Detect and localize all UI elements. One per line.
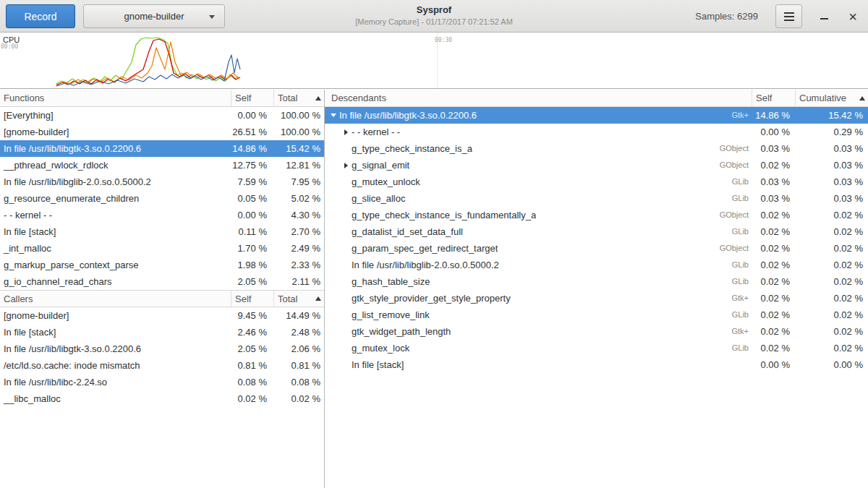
function-name: In file [stack] [0, 324, 231, 341]
table-row[interactable]: g_markup_parse_context_parse1.98 %2.33 % [0, 257, 324, 273]
table-row[interactable]: - - kernel - -0.00 %0.29 % [325, 124, 868, 140]
cumulative-value: 0.02 % [796, 223, 868, 240]
hamburger-icon [784, 16, 794, 17]
table-row[interactable]: g_param_spec_get_redirect_targetGObject0… [325, 240, 868, 257]
cumulative-value: 0.02 % [796, 340, 868, 356]
self-value: 0.11 % [231, 223, 274, 240]
total-value: 0.81 % [274, 357, 324, 374]
table-row[interactable]: __libc_malloc0.02 %0.02 % [0, 390, 324, 407]
table-row[interactable]: g_hash_table_sizeGLib0.02 %0.02 % [325, 273, 868, 290]
table-row[interactable]: [Everything]0.00 %100.00 % [0, 107, 324, 124]
function-name: In file /usr/lib/libgtk-3.so.0.2200.6 [0, 140, 231, 157]
descendant-name-cell: gtk_style_provider_get_style_propertyGtk… [325, 290, 752, 307]
table-row[interactable]: g_list_remove_linkGLib0.02 %0.02 % [325, 307, 868, 323]
table-row[interactable]: g_type_check_instance_is_fundamentally_a… [325, 207, 868, 223]
column-header-self[interactable]: Self [231, 291, 274, 307]
table-row[interactable]: In file /usr/lib/libc-2.24.so0.08 %0.08 … [0, 374, 324, 390]
cumulative-value: 0.02 % [796, 240, 868, 257]
self-value: 1.70 % [231, 240, 274, 257]
cumulative-value: 0.02 % [796, 207, 868, 223]
callers-header: Callers Self Total [0, 290, 324, 307]
table-row[interactable]: g_mutex_unlockGLib0.03 %0.03 % [325, 174, 868, 190]
callers-rows: [gnome-builder]9.45 %14.49 %In file [sta… [0, 307, 324, 407]
minimize-icon [820, 18, 828, 20]
table-row[interactable]: g_resource_enumerate_children0.05 %5.02 … [0, 190, 324, 207]
expander-collapsed-icon[interactable] [340, 124, 352, 140]
total-value: 7.95 % [274, 174, 324, 190]
table-row[interactable]: gtk_widget_path_lengthGtk+0.02 %0.02 % [325, 323, 868, 340]
table-row[interactable]: g_datalist_id_set_data_fullGLib0.02 %0.0… [325, 223, 868, 240]
table-row[interactable]: __pthread_rwlock_rdlock12.75 %12.81 % [0, 157, 324, 174]
self-value: 0.00 % [752, 356, 796, 373]
table-row[interactable]: g_type_check_instance_is_aGObject0.03 %0… [325, 140, 868, 157]
total-value: 2.49 % [274, 240, 324, 257]
table-row[interactable]: In file [stack]0.00 %0.00 % [325, 356, 868, 373]
total-value: 2.06 % [274, 341, 324, 357]
descendant-name: g_param_spec_get_redirect_target [352, 240, 498, 257]
self-value: 0.02 % [752, 323, 796, 340]
record-button[interactable]: Record [6, 4, 75, 28]
function-name: In file /usr/lib/libc-2.24.so [0, 374, 231, 390]
cumulative-value: 0.03 % [796, 190, 868, 207]
total-value: 2.70 % [274, 223, 324, 240]
descendant-name: In file /usr/lib/libglib-2.0.so.0.5000.2 [352, 257, 499, 273]
self-value: 0.08 % [231, 374, 274, 390]
expander-spacer [340, 323, 352, 340]
self-value: 0.03 % [752, 190, 796, 207]
total-value: 0.02 % [274, 390, 324, 407]
descendant-name-cell: - - kernel - - [325, 124, 752, 140]
descendant-name-cell: g_list_remove_linkGLib [325, 307, 752, 323]
process-selector-label: gnome-builder [124, 11, 184, 22]
column-header-descendants[interactable]: Descendants [325, 90, 752, 106]
table-row[interactable]: g_signal_emitGObject0.02 %0.03 % [325, 157, 868, 174]
table-row[interactable]: In file [stack]2.46 %2.48 % [0, 324, 324, 341]
column-header-self[interactable]: Self [231, 90, 274, 106]
expander-expanded-icon[interactable] [328, 107, 339, 124]
close-button[interactable]: × [842, 6, 864, 27]
cumulative-value: 0.02 % [796, 290, 868, 307]
minimize-button[interactable] [813, 6, 835, 27]
table-row[interactable]: gtk_style_provider_get_style_propertyGtk… [325, 290, 868, 307]
table-row[interactable]: g_io_channel_read_chars2.05 %2.11 % [0, 273, 324, 290]
cpu-graph-area[interactable]: CPU 00:00 00:30 [0, 33, 868, 89]
table-row[interactable]: - - kernel - -0.00 %4.30 % [0, 207, 324, 223]
table-row[interactable]: g_mutex_lockGLib0.02 %0.02 % [325, 340, 868, 356]
column-header-functions[interactable]: Functions [0, 90, 231, 106]
column-header-self[interactable]: Self [752, 90, 796, 106]
table-row[interactable]: _int_malloc1.70 %2.49 % [0, 240, 324, 257]
table-row[interactable]: In file /usr/lib/libglib-2.0.so.0.5000.2… [325, 257, 868, 273]
column-header-total[interactable]: Total [274, 90, 324, 106]
self-value: 2.05 % [231, 341, 274, 357]
menu-button[interactable] [775, 4, 802, 28]
table-row[interactable]: [gnome-builder]9.45 %14.49 % [0, 307, 324, 324]
table-row[interactable]: g_slice_allocGLib0.03 %0.03 % [325, 190, 868, 207]
library-tag: GObject [720, 207, 752, 223]
column-header-cumulative[interactable]: Cumulative [796, 90, 868, 106]
column-header-callers[interactable]: Callers [0, 291, 231, 307]
self-value: 0.00 % [231, 107, 274, 124]
expander-spacer [340, 240, 352, 257]
library-tag: GLib [732, 174, 752, 190]
table-row[interactable]: In file [stack]0.11 %2.70 % [0, 223, 324, 240]
descendant-name-cell: In file [stack] [325, 356, 752, 373]
self-value: 0.02 % [752, 157, 796, 174]
process-selector[interactable]: gnome-builder [83, 4, 225, 28]
self-value: 0.02 % [231, 390, 274, 407]
table-row[interactable]: In file /usr/lib/libgtk-3.so.0.2200.6Gtk… [325, 107, 868, 124]
self-value: 0.00 % [231, 207, 274, 223]
time-label-start: 00:00 [1, 43, 18, 50]
table-row[interactable]: In file /usr/lib/libgtk-3.so.0.2200.614.… [0, 140, 324, 157]
table-row[interactable]: In file /usr/lib/libgtk-3.so.0.2200.62.0… [0, 341, 324, 357]
descendants-rows: In file /usr/lib/libgtk-3.so.0.2200.6Gtk… [325, 107, 868, 373]
expander-spacer [340, 356, 352, 373]
table-row[interactable]: In file /usr/lib/libglib-2.0.so.0.5000.2… [0, 174, 324, 190]
cpu-chart[interactable] [0, 33, 868, 89]
self-value: 0.02 % [752, 257, 796, 273]
expander-collapsed-icon[interactable] [340, 157, 352, 174]
table-row[interactable]: /etc/ld.so.cache: inode mismatch0.81 %0.… [0, 357, 324, 374]
expander-spacer [340, 340, 352, 356]
column-header-total[interactable]: Total [274, 291, 324, 307]
total-value: 2.11 % [274, 273, 324, 290]
cumulative-value: 0.03 % [796, 140, 868, 157]
table-row[interactable]: [gnome-builder]26.51 %100.00 % [0, 124, 324, 140]
